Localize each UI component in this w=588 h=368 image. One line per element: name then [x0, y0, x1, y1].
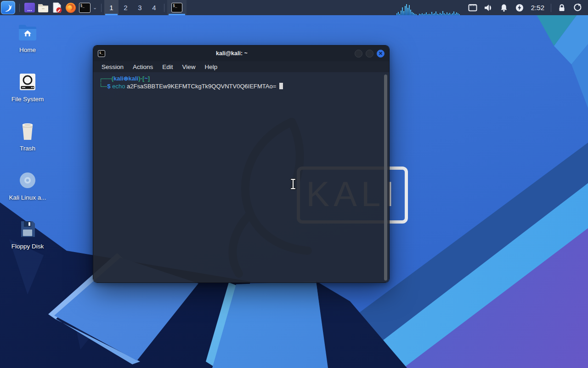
trash-icon	[17, 121, 38, 142]
panel-separator	[101, 4, 102, 12]
minimize-button[interactable]	[355, 50, 362, 58]
menu-actions[interactable]: Actions	[128, 63, 158, 70]
floppy-disk-icon	[17, 218, 38, 240]
terminal-window: $_ kali@kali: ~ ✕ Session Actions Edit V…	[93, 45, 390, 283]
prompt-line-1: ┌──(kali⊛kali)-[~]	[99, 75, 389, 82]
desktop-icon-label: File System	[11, 96, 44, 103]
disc-icon	[17, 170, 38, 191]
clock[interactable]: 2:52	[527, 4, 548, 12]
command-argument: a2FsaSBBTEw9KEFMTCkgTk9QQVNTV0Q6IEFMTAo=	[127, 83, 276, 90]
workspace-4-label: 4	[152, 4, 156, 12]
workspace-2-label: 2	[124, 4, 127, 12]
lock-icon[interactable]	[554, 0, 570, 15]
window-title: kali@kali: ~	[109, 50, 355, 57]
panel-separator	[19, 4, 20, 12]
filesystem-drive-icon	[17, 71, 38, 92]
launcher-file-manager[interactable]	[36, 0, 50, 15]
i-beam-cursor	[289, 178, 297, 190]
desktop-icon-trash[interactable]: Trash	[7, 121, 48, 167]
window-buttons: ✕	[355, 50, 384, 58]
terminal-icon: $_	[98, 50, 105, 57]
desktop-icon-label: Kali Linux a...	[9, 194, 46, 201]
panel-separator	[551, 4, 551, 12]
terminal-icon: $_	[79, 3, 90, 13]
launcher-firefox[interactable]	[64, 0, 78, 15]
prompt-user: kali⊛kali	[113, 75, 138, 82]
dashboard-icon	[24, 2, 35, 13]
maximize-button[interactable]	[366, 50, 373, 58]
home-folder-icon	[17, 22, 38, 43]
workspace-4[interactable]: 4	[147, 0, 161, 15]
file-manager-icon	[37, 3, 49, 13]
prompt-line-2: └─$ echo a2FsaSBBTEw9KEFMTCkgTk9QQVNTV0Q…	[99, 82, 389, 90]
chevron-down-icon[interactable]: ⌄	[91, 0, 98, 15]
terminal-cursor	[279, 83, 283, 89]
command-text: echo	[112, 83, 125, 90]
panel-right-cluster: 2:52	[396, 0, 588, 15]
desktop-icon-label: Home	[19, 46, 36, 53]
launcher-text-editor[interactable]	[50, 0, 64, 15]
workspace-3-label: 3	[138, 4, 141, 12]
window-titlebar[interactable]: $_ kali@kali: ~ ✕	[93, 46, 389, 61]
power-manager-icon[interactable]	[512, 0, 527, 15]
terminal-menubar: Session Actions Edit View Help	[93, 61, 389, 72]
prompt-frame: ]	[148, 75, 150, 82]
top-panel: $_ ⌄ 1 2 3 4 $_	[0, 0, 588, 15]
panel-separator	[164, 4, 164, 12]
kali-dragon-icon	[3, 3, 13, 13]
menu-help[interactable]: Help	[200, 63, 222, 70]
desktop-icon-label: Trash	[20, 145, 35, 152]
prompt-path: ~	[144, 75, 148, 82]
taskbar-terminal-button[interactable]: $_	[167, 0, 187, 15]
terminal-icon: $_	[171, 3, 182, 12]
logout-icon[interactable]	[570, 0, 585, 15]
notifications-bell-icon[interactable]	[496, 0, 512, 15]
workspace-3[interactable]: 3	[133, 0, 147, 15]
desktop-screen: KALI	[0, 0, 588, 368]
desktop-icon-floppy-disk[interactable]: Floppy Disk	[7, 218, 48, 264]
scrollbar[interactable]	[384, 75, 387, 281]
workspace-2[interactable]: 2	[119, 0, 133, 15]
text-editor-icon	[51, 2, 62, 13]
prompt-frame: └─	[99, 83, 107, 90]
firefox-icon	[65, 2, 76, 13]
prompt-symbol: $	[107, 83, 110, 90]
network-graph[interactable]	[419, 3, 460, 15]
cpu-graph[interactable]	[396, 3, 417, 15]
workspace-1[interactable]: 1	[104, 0, 119, 15]
menu-session[interactable]: Session	[97, 63, 128, 70]
terminal-content[interactable]: ┌──(kali⊛kali)-[~] └─$ echo a2FsaSBBTEw9…	[93, 72, 389, 283]
desktop-icon-label: Floppy Disk	[11, 243, 44, 250]
prompt-frame: ┌──(	[99, 75, 113, 82]
close-icon: ✕	[379, 51, 383, 56]
panel-left-cluster: $_ ⌄ 1 2 3 4 $_	[0, 0, 187, 15]
launcher-dashboard[interactable]	[23, 0, 36, 15]
menu-view[interactable]: View	[178, 63, 200, 70]
prompt-frame: )-[	[138, 75, 144, 82]
kali-menu-button[interactable]	[1, 1, 15, 14]
launcher-terminal[interactable]: $_	[78, 0, 91, 15]
desktop-icon-home[interactable]: Home	[7, 22, 48, 68]
workspace-1-label: 1	[109, 4, 113, 12]
volume-icon[interactable]	[481, 0, 496, 15]
desktop-icon-kali-linux[interactable]: Kali Linux a...	[7, 170, 48, 216]
menu-edit[interactable]: Edit	[158, 63, 177, 70]
clipboard-icon[interactable]	[465, 0, 481, 15]
desktop-icon-file-system[interactable]: File System	[7, 71, 48, 117]
close-button[interactable]: ✕	[377, 50, 384, 58]
